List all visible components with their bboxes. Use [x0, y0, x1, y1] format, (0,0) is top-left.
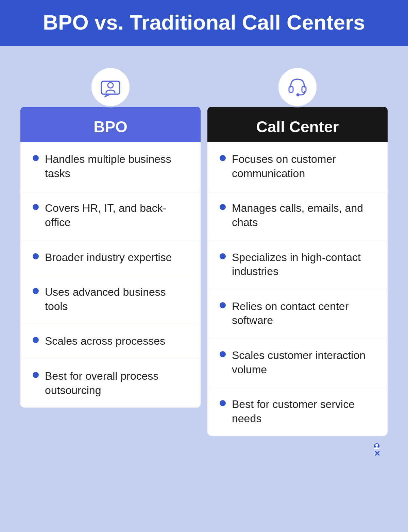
- item-text: Focuses on customer communication: [232, 152, 375, 181]
- bpo-column-header: BPO: [20, 107, 201, 142]
- list-item: Uses advanced business tools: [20, 275, 201, 324]
- bpo-icon-circle: [90, 67, 131, 107]
- columns-wrapper: BPO Handles multiple business tasks Cove…: [20, 67, 388, 436]
- nextiva-logo-icon: ✕: [364, 443, 381, 460]
- cc-title: Call Center: [214, 114, 381, 136]
- bullet-icon: [33, 155, 39, 161]
- list-item: Focuses on customer communication: [207, 142, 388, 191]
- bullet-icon: [220, 155, 226, 161]
- svg-point-4: [297, 94, 299, 96]
- list-item: Covers HR, IT, and back-office: [20, 191, 201, 240]
- bullet-icon: [33, 372, 39, 378]
- item-text: Relies on contact center software: [232, 299, 375, 328]
- bullet-icon: [33, 288, 39, 294]
- list-item: Scales customer interaction volume: [207, 338, 388, 387]
- bullet-icon: [33, 253, 39, 259]
- item-text: Uses advanced business tools: [45, 285, 188, 313]
- item-text: Handles multiple business tasks: [45, 152, 188, 181]
- item-text: Scales across processes: [45, 334, 165, 348]
- svg-text:✕: ✕: [374, 449, 380, 458]
- list-item: Manages calls, emails, and chats: [207, 191, 388, 240]
- bullet-icon: [220, 204, 226, 210]
- bullet-icon: [220, 351, 226, 357]
- list-item: Specializes in high-contact industries: [207, 240, 388, 289]
- bullet-icon: [220, 302, 226, 308]
- page-title: BPO vs. Traditional Call Centers: [16, 11, 392, 34]
- item-text: Specializes in high-contact industries: [232, 251, 375, 279]
- headset-icon: [286, 75, 309, 99]
- item-text: Scales customer interaction volume: [232, 348, 375, 377]
- content-area: BPO Handles multiple business tasks Cove…: [0, 46, 408, 477]
- item-text: Covers HR, IT, and back-office: [45, 201, 188, 229]
- bullet-icon: [33, 204, 39, 210]
- list-item: Best for overall process outsourcing: [20, 359, 201, 408]
- cc-column: Call Center Focuses on customer communic…: [207, 67, 388, 436]
- list-item: Handles multiple business tasks: [20, 142, 201, 191]
- bullet-icon: [220, 253, 226, 259]
- footer-logo-area: ✕: [20, 436, 388, 464]
- list-item: Broader industry expertise: [20, 240, 201, 275]
- bullet-icon: [220, 400, 226, 406]
- list-item: Best for customer service needs: [207, 387, 388, 436]
- bpo-title: BPO: [27, 114, 194, 136]
- bpo-column-body: Handles multiple business tasks Covers H…: [20, 142, 201, 408]
- list-item: Scales across processes: [20, 324, 201, 359]
- svg-point-6: [375, 444, 378, 447]
- bpo-column: BPO Handles multiple business tasks Cove…: [20, 67, 201, 436]
- svg-point-1: [108, 83, 113, 88]
- bullet-icon: [33, 337, 39, 343]
- cc-icon-circle: [277, 67, 318, 107]
- cc-icon-wrapper: [207, 67, 388, 107]
- list-item: Relies on contact center software: [207, 289, 388, 338]
- item-text: Best for overall process outsourcing: [45, 369, 188, 397]
- item-text: Broader industry expertise: [45, 251, 172, 265]
- business-person-icon: [99, 75, 122, 99]
- cc-column-header: Call Center: [207, 107, 388, 142]
- page-header: BPO vs. Traditional Call Centers: [0, 0, 408, 46]
- cc-column-body: Focuses on customer communication Manage…: [207, 142, 388, 436]
- item-text: Best for customer service needs: [232, 397, 375, 426]
- item-text: Manages calls, emails, and chats: [232, 201, 375, 229]
- bpo-icon-wrapper: [20, 67, 201, 107]
